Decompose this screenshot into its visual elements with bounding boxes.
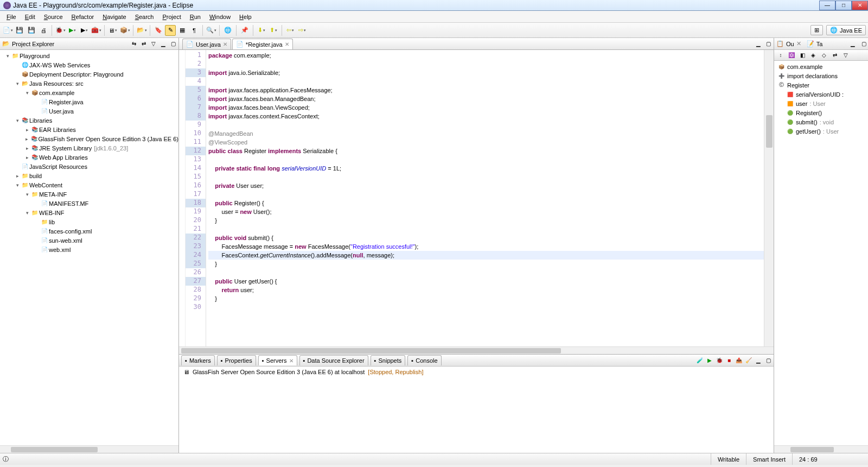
line-number[interactable]: 9	[186, 121, 206, 129]
servers-clean-button[interactable]: 🧹	[744, 356, 753, 364]
close-tab-icon[interactable]: ✕	[289, 358, 293, 364]
prev-annotation-button[interactable]: ⬆▾	[268, 25, 279, 36]
outline-node[interactable]: 🟥serialVersionUID :	[774, 90, 868, 99]
servers-view-body[interactable]: 🖥 GlassFish Server Open Source Edition 3…	[179, 367, 774, 453]
outline-node[interactable]: 🟢submit() : void	[774, 117, 868, 127]
code-line[interactable]: @ViewScoped	[208, 138, 764, 147]
code-line[interactable]	[208, 225, 764, 234]
new-server-button[interactable]: 🖥▾	[107, 25, 118, 36]
expander-icon[interactable]: ▸	[14, 173, 21, 179]
tasks-tab-label[interactable]: Ta	[816, 41, 823, 47]
toggle-breadcrumb-button[interactable]: 🔖	[153, 25, 164, 36]
bottom-tab-console[interactable]: ▪Console	[407, 355, 441, 365]
minimize-button[interactable]: —	[819, 1, 835, 10]
menu-edit[interactable]: Edit	[21, 12, 40, 22]
outline-filter-nonpublic-button[interactable]: ◈	[809, 51, 818, 60]
tree-node[interactable]: 🌐JAX-WS Web Services	[0, 60, 178, 70]
run-last-button[interactable]: ▶▾	[79, 25, 90, 36]
tree-node[interactable]: 📄web.xml	[0, 245, 178, 254]
code-line[interactable]: @ManagedBean	[208, 129, 764, 138]
horizontal-scrollbar[interactable]	[0, 445, 178, 453]
outline-filter-static-button[interactable]: ◧	[798, 51, 807, 60]
expander-icon[interactable]: ▸	[24, 146, 30, 151]
line-number[interactable]: 27	[186, 277, 206, 286]
outline-node[interactable]: 📦com.example	[774, 62, 868, 71]
external-tools-button[interactable]: 🧰▾	[91, 25, 101, 36]
line-number[interactable]: 5	[186, 86, 206, 94]
pin-button[interactable]: 📌	[239, 25, 250, 36]
line-number[interactable]: 23	[186, 242, 206, 251]
code-line[interactable]: import java.io.Serializable;	[208, 68, 764, 77]
bottom-tab-data-source-explorer[interactable]: ▪Data Source Explorer	[299, 355, 368, 365]
expander-icon[interactable]: ▾	[4, 53, 11, 59]
code-line[interactable]: FacesMessage message = new FacesMessage(…	[208, 242, 764, 251]
menu-project[interactable]: Project	[158, 12, 186, 22]
code-line[interactable]: import javax.faces.context.FacesContext;	[208, 112, 764, 121]
outline-filter-local-button[interactable]: ◇	[820, 51, 828, 60]
tree-node[interactable]: 📄User.java	[0, 106, 178, 116]
outline-min-button[interactable]: ▁	[848, 40, 857, 48]
new-jpa-button[interactable]: 📦▾	[119, 25, 130, 36]
bottom-tab-properties[interactable]: ▪Properties	[217, 355, 256, 365]
code-line[interactable]	[208, 303, 764, 312]
vertical-scrollbar[interactable]	[764, 50, 774, 346]
line-number[interactable]: 2	[186, 60, 206, 68]
outline-tab-label[interactable]: Ou	[786, 41, 794, 47]
run-button[interactable]: ▶▾	[67, 25, 78, 36]
close-tab-icon[interactable]: ✕	[285, 41, 289, 47]
line-number[interactable]: 22	[186, 234, 206, 242]
minimize-view-button[interactable]: ▁	[159, 40, 168, 48]
code-line[interactable]: import javax.faces.application.FacesMess…	[208, 86, 764, 94]
annotation-ruler[interactable]	[179, 50, 186, 346]
code-line[interactable]: private User user;	[208, 181, 764, 190]
view-menu-button[interactable]: ▽	[149, 40, 158, 48]
line-number[interactable]: 12	[186, 147, 206, 155]
line-number[interactable]: 28	[186, 286, 206, 294]
open-web-button[interactable]: 🌐	[222, 25, 233, 36]
tree-node[interactable]: ▸📚GlassFish Server Open Source Edition 3…	[0, 134, 178, 143]
outline-horizontal-scrollbar[interactable]	[774, 445, 868, 453]
tree-node[interactable]: ▸📚EAR Libraries	[0, 125, 178, 134]
tree-node[interactable]: 📄Register.java	[0, 97, 178, 106]
line-number-gutter[interactable]: 1234567891011121314151617181920212223242…	[186, 50, 206, 346]
code-line[interactable]	[208, 173, 764, 181]
code-line[interactable]	[208, 60, 764, 68]
expander-icon[interactable]: ▾	[24, 210, 30, 216]
code-line[interactable]: }	[208, 294, 764, 303]
tree-node[interactable]: ▾📁META-INF	[0, 190, 178, 199]
servers-publish-button[interactable]: 📤	[735, 356, 743, 364]
outline-sort-button[interactable]: ↕	[776, 51, 785, 60]
maximize-button[interactable]: □	[835, 1, 852, 10]
tree-node[interactable]: ▾📁Playground	[0, 51, 178, 60]
project-explorer-tree[interactable]: ▾📁Playground 🌐JAX-WS Web Services 📦Deplo…	[0, 50, 178, 445]
debug-button[interactable]: 🐞▾	[55, 25, 66, 36]
tree-node[interactable]: ▾📚Libraries	[0, 116, 178, 125]
menu-help[interactable]: Help	[235, 12, 256, 22]
open-perspective-button[interactable]: ⊞	[810, 25, 823, 35]
line-number[interactable]: 4	[186, 77, 206, 86]
code-line[interactable]	[208, 268, 764, 277]
expander-icon[interactable]: ▸	[24, 127, 30, 132]
tree-node[interactable]: 📄faces-config.xml	[0, 226, 178, 236]
line-number[interactable]: 6	[186, 94, 206, 103]
expander-icon[interactable]: ▾	[14, 118, 21, 123]
close-tab-icon[interactable]: ✕	[223, 41, 227, 47]
editor-maximize-button[interactable]: ▢	[764, 39, 773, 48]
tree-node[interactable]: ▾📁WEB-INF	[0, 208, 178, 217]
code-line[interactable]: package com.example;	[208, 51, 764, 60]
code-line[interactable]	[208, 155, 764, 164]
editor-horizontal-scrollbar[interactable]	[179, 346, 774, 354]
bottom-max-button[interactable]: ▢	[764, 356, 773, 364]
tree-node[interactable]: 📄JavaScript Resources	[0, 162, 178, 171]
save-button[interactable]: 💾	[14, 25, 25, 36]
tree-node[interactable]: ▸📚Web App Libraries	[0, 153, 178, 162]
open-type-button[interactable]: 📂▾	[136, 25, 147, 36]
menu-window[interactable]: Window	[205, 12, 235, 22]
outline-filter-fields-button[interactable]: 🔯	[787, 51, 796, 60]
line-number[interactable]: 17	[186, 190, 206, 199]
line-number[interactable]: 3	[186, 68, 206, 77]
toggle-mark-button[interactable]: ✎	[165, 25, 176, 36]
tree-node[interactable]: 📁lib	[0, 217, 178, 226]
tree-node[interactable]: 📄MANIFEST.MF	[0, 199, 178, 208]
editor-tab[interactable]: 📄User.java✕	[182, 39, 231, 49]
